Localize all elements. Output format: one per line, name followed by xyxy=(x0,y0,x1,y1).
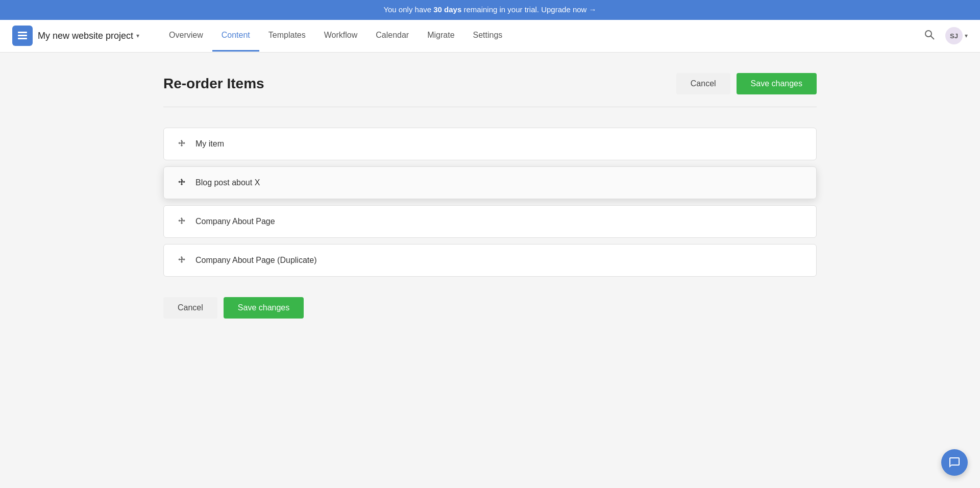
nav-links: Overview Content Templates Workflow Cale… xyxy=(160,20,922,52)
top-nav: My new website project ▾ Overview Conten… xyxy=(0,20,980,53)
item-name: Blog post about X xyxy=(195,178,260,187)
search-button[interactable] xyxy=(922,27,937,45)
nav-templates[interactable]: Templates xyxy=(259,20,315,52)
page-header: Re-order Items Cancel Save changes xyxy=(163,73,817,94)
nav-workflow[interactable]: Workflow xyxy=(315,20,367,52)
item-name: My item xyxy=(195,139,224,149)
drag-handle-icon xyxy=(176,255,187,266)
header-save-button[interactable]: Save changes xyxy=(737,73,817,94)
svg-line-4 xyxy=(931,36,935,39)
item-name: Company About Page (Duplicate) xyxy=(195,256,316,265)
list-item[interactable]: Company About Page xyxy=(163,205,817,238)
item-name: Company About Page xyxy=(195,217,275,226)
svg-rect-2 xyxy=(18,38,27,39)
trial-days: 30 days xyxy=(433,5,461,14)
list-item[interactable]: Company About Page (Duplicate) xyxy=(163,244,817,277)
page-title: Re-order Items xyxy=(163,76,264,92)
nav-overview[interactable]: Overview xyxy=(160,20,212,52)
bottom-cancel-button[interactable]: Cancel xyxy=(163,297,217,319)
chat-button[interactable] xyxy=(941,449,968,476)
project-dropdown-arrow: ▾ xyxy=(136,32,139,39)
bottom-save-button[interactable]: Save changes xyxy=(224,297,304,319)
svg-rect-0 xyxy=(18,32,27,33)
nav-migrate[interactable]: Migrate xyxy=(418,20,463,52)
trial-banner: You only have 30 days remaining in your … xyxy=(0,0,980,20)
chat-icon xyxy=(948,456,961,469)
nav-logo[interactable]: My new website project ▾ xyxy=(12,26,139,46)
nav-right: SJ ▾ xyxy=(922,27,968,45)
main-content: Re-order Items Cancel Save changes My it… xyxy=(133,53,847,339)
bottom-actions: Cancel Save changes xyxy=(163,297,817,319)
avatar-chevron: ▾ xyxy=(965,32,968,39)
list-item[interactable]: Blog post about X xyxy=(163,166,817,199)
items-list: My item Blog post about X xyxy=(163,128,817,277)
header-cancel-button[interactable]: Cancel xyxy=(676,73,730,94)
nav-content[interactable]: Content xyxy=(212,20,259,52)
logo-icon xyxy=(12,26,33,46)
header-actions: Cancel Save changes xyxy=(676,73,817,94)
drag-handle-icon xyxy=(176,177,187,188)
drag-handle-icon xyxy=(176,138,187,150)
svg-rect-1 xyxy=(18,35,27,36)
svg-point-3 xyxy=(925,31,932,37)
drag-handle-icon xyxy=(176,216,187,227)
trial-suffix: remaining in your trial. Upgrade now → xyxy=(463,5,596,14)
divider xyxy=(163,107,817,107)
avatar-dropdown[interactable]: SJ ▾ xyxy=(945,27,968,44)
trial-text: You only have 30 days remaining in your … xyxy=(383,5,596,14)
nav-calendar[interactable]: Calendar xyxy=(366,20,418,52)
project-name[interactable]: My new website project ▾ xyxy=(38,31,139,41)
nav-settings[interactable]: Settings xyxy=(464,20,512,52)
avatar: SJ xyxy=(945,27,963,44)
list-item[interactable]: My item xyxy=(163,128,817,160)
